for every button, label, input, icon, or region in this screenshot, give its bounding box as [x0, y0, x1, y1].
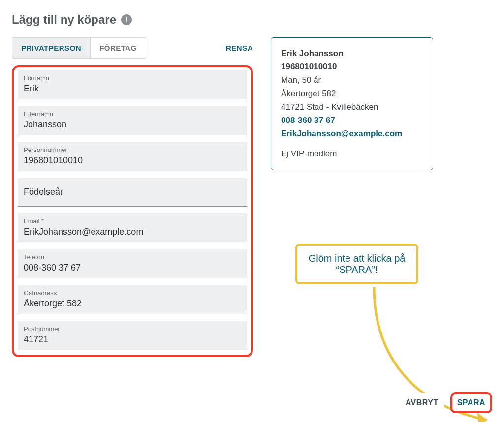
field-postal: Postnummer: [18, 321, 247, 350]
input-phone[interactable]: [24, 261, 241, 278]
field-email: Email *: [18, 213, 247, 242]
footer-buttons: AVBRYT SPARA: [400, 392, 492, 413]
summary-pnr: 196801010010: [281, 60, 423, 73]
save-button[interactable]: SPARA: [450, 392, 492, 413]
summary-card: Erik Johansson 196801010010 Man, 50 år Å…: [271, 37, 433, 170]
tab-privatperson[interactable]: PRIVATPERSON: [12, 38, 90, 58]
page: Lägg till ny köpare i PRIVATPERSON FÖRET…: [0, 0, 504, 422]
input-postal[interactable]: [24, 332, 241, 350]
field-birthyear: Födelseår: [18, 178, 247, 207]
input-personalnr[interactable]: [24, 153, 241, 171]
field-firstname: Förnamn: [18, 70, 247, 99]
label-personalnr: Personnummer: [24, 146, 241, 153]
field-personalnr: Personnummer: [18, 142, 247, 171]
label-email: Email *: [24, 217, 241, 225]
input-email[interactable]: [24, 225, 241, 242]
columns: PRIVATPERSON FÖRETAG RENSA Förnamn Efter…: [12, 37, 492, 357]
field-phone: Telefon: [18, 249, 247, 278]
svg-marker-0: [477, 413, 487, 422]
summary-street: Åkertorget 582: [281, 87, 423, 100]
label-phone: Telefon: [24, 253, 241, 261]
summary-city: 41721 Stad - Kvillebäcken: [281, 100, 423, 114]
summary-demographic: Man, 50 år: [281, 73, 423, 87]
summary-vip: Ej VIP-medlem: [281, 147, 423, 160]
tabs: PRIVATPERSON FÖRETAG: [12, 37, 146, 59]
summary-name: Erik Johansson: [281, 47, 423, 60]
field-street: Gatuadress: [18, 285, 247, 314]
label-firstname: Förnamn: [24, 74, 241, 82]
page-title: Lägg till ny köpare i: [12, 13, 492, 27]
page-title-text: Lägg till ny köpare: [12, 13, 116, 27]
summary-phone: 008-360 37 67: [281, 114, 423, 127]
label-birthyear: Födelseår: [24, 178, 241, 206]
input-firstname[interactable]: [24, 82, 241, 99]
label-postal: Postnummer: [24, 325, 241, 332]
field-lastname: Efternamn: [18, 106, 247, 135]
tab-row: PRIVATPERSON FÖRETAG RENSA: [12, 37, 253, 59]
form-highlight: Förnamn Efternamn Personnummer Födelseår: [12, 65, 253, 357]
cancel-button[interactable]: AVBRYT: [400, 393, 444, 412]
info-icon[interactable]: i: [121, 14, 132, 25]
label-lastname: Efternamn: [24, 110, 241, 118]
input-street[interactable]: [24, 297, 241, 314]
input-lastname[interactable]: [24, 118, 241, 135]
callout: Glöm inte att klicka på “SPARA”!: [295, 244, 418, 284]
right-column: Erik Johansson 196801010010 Man, 50 år Å…: [271, 37, 492, 170]
left-column: PRIVATPERSON FÖRETAG RENSA Förnamn Efter…: [12, 37, 253, 357]
summary-email: ErikJohansson@example.com: [281, 127, 423, 140]
label-street: Gatuadress: [24, 289, 241, 297]
clear-button[interactable]: RENSA: [226, 44, 253, 52]
tab-foretag[interactable]: FÖRETAG: [90, 38, 146, 58]
